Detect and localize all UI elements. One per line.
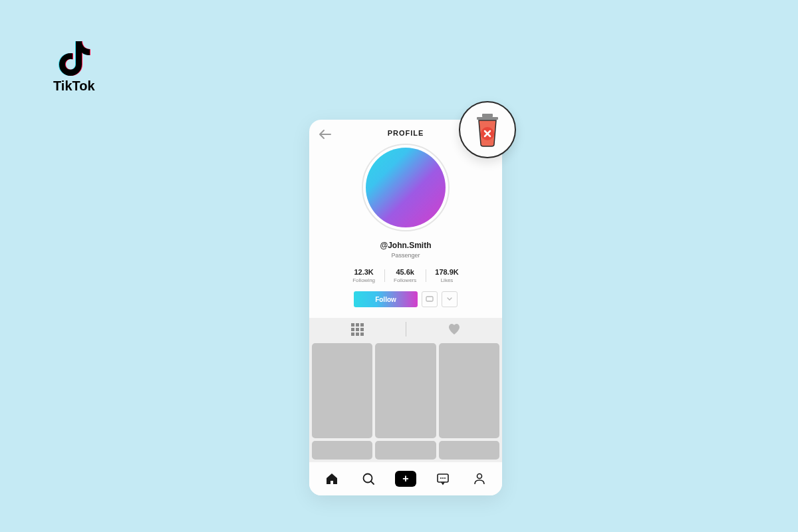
dropdown-button[interactable] bbox=[442, 291, 458, 307]
video-tile[interactable] bbox=[312, 441, 372, 460]
stat-followers[interactable]: 45.6k Followers bbox=[384, 268, 426, 283]
delete-badge[interactable] bbox=[459, 101, 516, 158]
nav-profile[interactable] bbox=[469, 471, 490, 486]
stats-row: 12.3K Following 45.6k Followers 178.9K L… bbox=[309, 268, 502, 283]
inbox-icon bbox=[436, 471, 450, 486]
home-icon bbox=[325, 471, 339, 486]
stat-value: 12.3K bbox=[352, 268, 375, 276]
svg-rect-0 bbox=[426, 297, 433, 301]
stat-value: 45.6k bbox=[394, 268, 416, 276]
nav-discover[interactable] bbox=[358, 471, 379, 486]
stat-likes[interactable]: 178.9K Likes bbox=[426, 268, 467, 283]
tiktok-wordmark: TikTok bbox=[53, 78, 95, 94]
back-button[interactable] bbox=[319, 129, 332, 142]
video-tile[interactable] bbox=[439, 343, 499, 438]
svg-point-6 bbox=[444, 477, 446, 479]
search-icon bbox=[361, 471, 376, 486]
follow-button[interactable]: Follow bbox=[354, 291, 418, 307]
chevron-down-icon bbox=[447, 297, 452, 301]
bottom-nav: + bbox=[309, 462, 502, 495]
action-row: Follow bbox=[309, 291, 502, 307]
trash-icon bbox=[471, 112, 503, 147]
plus-icon: + bbox=[402, 473, 408, 485]
message-button[interactable] bbox=[422, 291, 438, 307]
avatar[interactable] bbox=[366, 148, 446, 227]
nav-home[interactable] bbox=[321, 471, 342, 486]
username: @John.Smith bbox=[309, 241, 502, 250]
stat-following[interactable]: 12.3K Following bbox=[343, 268, 384, 283]
page-title: PROFILE bbox=[388, 129, 424, 137]
arrow-left-icon bbox=[319, 129, 332, 140]
profile-card: PROFILE @John.Smith Passenger 12.3K Foll… bbox=[309, 120, 502, 495]
heart-icon bbox=[448, 323, 461, 335]
video-tile[interactable] bbox=[375, 441, 436, 460]
stat-label: Followers bbox=[394, 277, 416, 283]
profile-icon bbox=[472, 471, 487, 486]
stat-value: 178.9K bbox=[435, 268, 458, 276]
avatar-container bbox=[309, 144, 502, 231]
nav-inbox[interactable] bbox=[432, 471, 454, 486]
svg-point-4 bbox=[440, 477, 442, 479]
svg-point-7 bbox=[477, 474, 482, 479]
user-subtitle: Passenger bbox=[309, 252, 502, 259]
stat-label: Following bbox=[352, 277, 375, 283]
nav-create[interactable]: + bbox=[395, 471, 416, 487]
tab-grid[interactable] bbox=[309, 318, 406, 340]
video-tile[interactable] bbox=[375, 343, 436, 438]
video-grid bbox=[309, 340, 502, 462]
stat-label: Likes bbox=[435, 277, 458, 283]
video-tile[interactable] bbox=[439, 441, 499, 460]
tab-liked[interactable] bbox=[406, 318, 502, 340]
tiktok-note-icon bbox=[57, 40, 90, 77]
svg-point-5 bbox=[442, 477, 444, 479]
svg-rect-8 bbox=[482, 114, 493, 117]
video-tile[interactable] bbox=[312, 343, 372, 438]
tiktok-logo: TikTok bbox=[53, 40, 95, 94]
grid-row bbox=[312, 441, 499, 460]
svg-rect-9 bbox=[477, 117, 498, 120]
grid-row bbox=[312, 343, 499, 438]
create-button: + bbox=[395, 471, 416, 487]
svg-line-2 bbox=[371, 481, 374, 484]
grid-icon bbox=[351, 323, 364, 336]
message-icon bbox=[426, 296, 434, 303]
avatar-ring bbox=[362, 144, 450, 231]
content-tabs bbox=[309, 318, 502, 340]
